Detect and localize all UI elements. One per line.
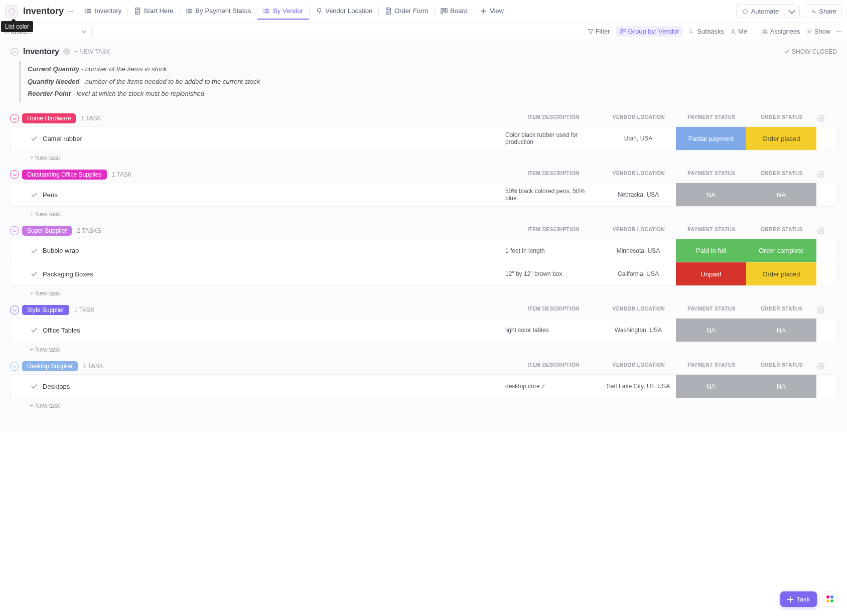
add-column-button[interactable] — [817, 306, 837, 314]
svg-point-24 — [11, 48, 18, 55]
tab-label: Start Here — [144, 7, 173, 15]
cell-order-status[interactable]: Order placed — [746, 127, 816, 150]
people-icon — [761, 29, 768, 35]
group-collapse-button[interactable] — [10, 305, 19, 315]
tab-vendor-location[interactable]: Vendor Location — [310, 3, 378, 20]
group-task-count: 1 TASK — [74, 306, 94, 314]
tab-by-vendor[interactable]: By Vendor — [257, 3, 309, 20]
info-icon[interactable] — [63, 48, 70, 55]
automate-button[interactable]: Automate — [736, 5, 784, 18]
col-item-description: ITEM DESCRIPTION — [506, 227, 601, 235]
list-color-button[interactable] — [5, 5, 18, 18]
tab-start-here[interactable]: Start Here — [128, 3, 179, 20]
show-closed-label: SHOW CLOSED — [792, 48, 837, 55]
group-collapse-button[interactable] — [10, 362, 19, 371]
group-badge[interactable]: Desktop Supplier — [22, 361, 78, 371]
cell-order-status[interactable]: NA — [746, 319, 816, 342]
search-dropdown-icon[interactable] — [81, 29, 86, 34]
task-row[interactable]: Office Tableslight color tablesWashingto… — [11, 319, 836, 342]
share-button[interactable]: Share — [805, 5, 842, 18]
definition-term: Current Quantity — [28, 65, 79, 73]
cell-item-description[interactable]: 1 feet in length — [505, 239, 601, 262]
cell-order-status[interactable]: NA — [746, 183, 816, 206]
group-badge[interactable]: Outstanding Office Supplies — [22, 170, 107, 180]
cell-item-description[interactable]: desktop core 7 — [505, 375, 601, 398]
show-closed-button[interactable]: SHOW CLOSED — [784, 48, 837, 55]
cell-payment-status[interactable]: NA — [676, 375, 746, 398]
new-task-row[interactable]: + New task — [10, 342, 837, 354]
new-task-row[interactable]: + New task — [10, 398, 837, 410]
task-name: Packaging Boxes — [43, 270, 93, 278]
tab-view[interactable]: View — [474, 3, 510, 20]
cell-payment-status[interactable]: Unpaid — [676, 262, 746, 285]
new-task-button[interactable]: + NEW TASK — [74, 48, 110, 55]
group-collapse-button[interactable] — [10, 226, 19, 235]
cell-vendor-location[interactable]: Salt Lake City, UT, USA — [601, 375, 676, 398]
cell-payment-status[interactable]: NA — [676, 319, 746, 342]
task-status-icon[interactable] — [31, 327, 38, 334]
group-badge[interactable]: Super Supplier — [22, 226, 72, 236]
add-column-button[interactable] — [817, 227, 837, 235]
tab-label: View — [490, 7, 504, 15]
task-status-icon[interactable] — [31, 270, 38, 277]
col-vendor-location: VENDOR LOCATION — [601, 227, 676, 235]
group-task-count: 2 TASKS — [77, 227, 101, 234]
cell-vendor-location[interactable]: Minnesota, USA — [601, 239, 676, 262]
new-task-row[interactable]: + New task — [10, 150, 837, 163]
cell-payment-status[interactable]: Partial payment — [676, 127, 746, 150]
filter-button[interactable]: Filter — [588, 28, 610, 35]
task-row[interactable]: Packaging Boxes12" by 12" brown boxCalif… — [11, 262, 836, 285]
cell-order-status[interactable]: Order placed — [746, 262, 816, 285]
add-column-button[interactable] — [817, 114, 837, 122]
tab-by-payment-status[interactable]: By Payment Status — [180, 3, 257, 20]
list-menu-button[interactable]: ··· — [68, 8, 73, 15]
task-status-icon[interactable] — [31, 383, 38, 390]
col-item-description: ITEM DESCRIPTION — [506, 306, 601, 314]
cell-vendor-location[interactable]: Washington, USA — [601, 319, 676, 342]
svg-point-10 — [263, 12, 264, 13]
cell-payment-status[interactable]: Paid in full — [676, 239, 746, 262]
cell-order-status[interactable]: Order complete — [746, 239, 816, 262]
new-task-row[interactable]: + New task — [10, 207, 837, 219]
task-row[interactable]: Pens50% black colored pens, 50% blueNebr… — [11, 183, 836, 206]
me-button[interactable]: Me — [730, 28, 747, 35]
cell-payment-status[interactable]: NA — [676, 183, 746, 206]
add-column-button[interactable] — [817, 171, 837, 179]
task-status-icon[interactable] — [31, 135, 38, 142]
svg-point-3 — [85, 12, 86, 13]
task-row[interactable]: Desktopsdesktop core 7Salt Lake City, UT… — [11, 375, 836, 398]
definition-text: - number of the items needed to be added… — [79, 78, 260, 85]
groupby-button[interactable]: Group by: Vendor — [616, 26, 683, 37]
add-column-button[interactable] — [817, 362, 837, 370]
group-collapse-button[interactable] — [10, 170, 19, 179]
new-task-row[interactable]: + New task — [10, 286, 837, 298]
group-badge[interactable]: Style Supplier — [22, 305, 69, 315]
subtasks-button[interactable]: Subtasks — [689, 28, 724, 35]
task-row[interactable]: Bubble wrap1 feet in lengthMinnesota, US… — [11, 239, 836, 262]
tab-order-form[interactable]: Order Form — [379, 3, 434, 20]
cell-item-description[interactable]: light color tables — [505, 319, 601, 342]
tab-label: Order Form — [394, 7, 428, 15]
tab-inventory[interactable]: Inventory — [79, 3, 127, 20]
group-collapse-button[interactable] — [10, 114, 19, 123]
task-status-icon[interactable] — [31, 191, 38, 198]
assignees-button[interactable]: Assignees — [761, 28, 800, 35]
collapse-all-icon[interactable] — [10, 47, 19, 56]
cell-vendor-location[interactable]: California, USA — [601, 262, 676, 285]
toolbar-more[interactable]: ··· — [836, 28, 842, 35]
cell-item-description[interactable]: 50% black colored pens, 50% blue — [505, 183, 601, 206]
task-row[interactable]: Camel rubberColor black rubber used for … — [11, 127, 836, 150]
task-status-icon[interactable] — [31, 247, 38, 254]
share-icon — [810, 9, 816, 15]
svg-point-2 — [85, 11, 86, 12]
cell-item-description[interactable]: Color black rubber used for production — [505, 127, 601, 150]
group-badge[interactable]: Home Hardware — [22, 113, 76, 123]
cell-vendor-location[interactable]: Nebraska, USA — [601, 183, 676, 206]
automate-dropdown[interactable] — [784, 5, 800, 18]
tab-board[interactable]: Board — [435, 3, 474, 20]
cell-item-description[interactable]: 12" by 12" brown box — [505, 262, 601, 285]
cell-order-status[interactable]: NA — [746, 375, 816, 398]
cell-vendor-location[interactable]: Utah, USA — [601, 127, 676, 150]
col-vendor-location: VENDOR LOCATION — [601, 306, 676, 314]
show-button[interactable]: Show — [806, 28, 831, 35]
